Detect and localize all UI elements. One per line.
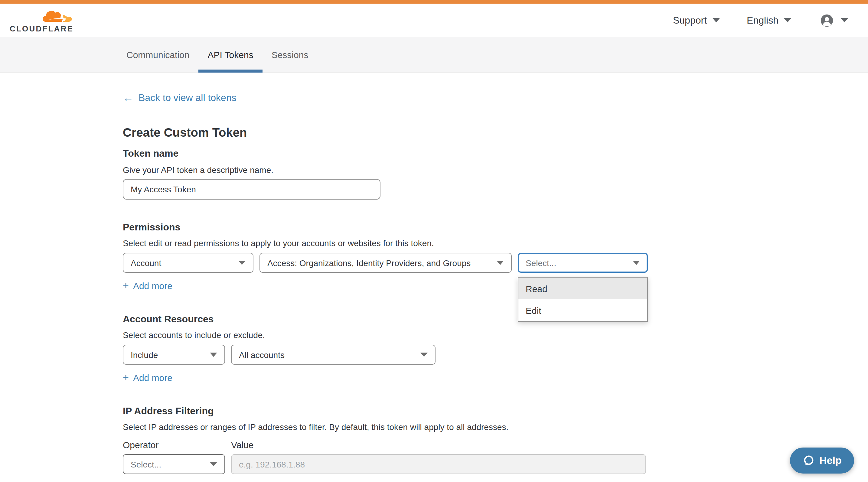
menu-item-read[interactable]: Read xyxy=(518,278,647,299)
permission-level-select[interactable]: Select... Read Edit xyxy=(518,253,648,273)
cloudflare-cloud-icon xyxy=(41,8,72,25)
menu-item-label: Read xyxy=(526,283,548,294)
value-label: Value xyxy=(231,440,646,451)
ip-filtering-heading: IP Address Filtering xyxy=(123,405,648,417)
tab-label: API Tokens xyxy=(208,49,253,60)
tab-label: Communication xyxy=(126,49,189,60)
tab-label: Sessions xyxy=(272,49,309,60)
ip-filtering-inputs: Select... xyxy=(123,454,648,474)
resource-mode-select[interactable]: Include xyxy=(123,345,225,365)
plus-icon: + xyxy=(123,281,129,290)
account-resources-description: Select accounts to include or exclude. xyxy=(123,330,648,341)
select-arrow-icon xyxy=(238,261,246,265)
chat-bubble-icon xyxy=(802,454,814,467)
permissions-add-more-link[interactable]: + Add more xyxy=(123,280,173,291)
ip-value-input xyxy=(231,454,646,474)
select-arrow-icon xyxy=(633,261,640,265)
avatar-icon xyxy=(820,13,834,27)
permission-level-placeholder: Select... xyxy=(526,258,556,268)
permissions-heading: Permissions xyxy=(123,221,648,233)
resource-scope-select[interactable]: All accounts xyxy=(231,345,435,365)
ip-filtering-labels: Operator Value xyxy=(123,440,648,451)
resource-scope-value: All accounts xyxy=(239,350,285,359)
plus-icon: + xyxy=(123,373,129,382)
chevron-down-icon xyxy=(784,18,791,22)
token-name-heading: Token name xyxy=(123,148,648,159)
operator-select[interactable]: Select... xyxy=(123,454,225,474)
tab-sessions[interactable]: Sessions xyxy=(262,37,317,72)
resource-mode-value: Include xyxy=(131,350,158,359)
header-actions: Support English xyxy=(673,13,848,27)
permission-resource-select[interactable]: Access: Organizations, Identity Provider… xyxy=(259,253,512,273)
chevron-down-icon xyxy=(712,18,719,22)
permission-level-menu: Read Edit xyxy=(518,277,648,322)
cloudflare-logo-text: CLOUDFLARE xyxy=(10,25,73,32)
select-arrow-icon xyxy=(210,462,217,466)
permission-scope-select[interactable]: Account xyxy=(123,253,253,273)
tab-bar: Communication API Tokens Sessions xyxy=(0,37,868,72)
back-to-tokens-link[interactable]: ← Back to view all tokens xyxy=(123,93,237,103)
permissions-description: Select edit or read permissions to apply… xyxy=(123,238,648,249)
operator-label: Operator xyxy=(123,440,225,451)
permissions-row: Account Access: Organizations, Identity … xyxy=(123,253,648,273)
account-menu[interactable] xyxy=(820,13,848,27)
add-more-label: Add more xyxy=(133,280,173,291)
ip-filtering-description: Select IP addresses or ranges of IP addr… xyxy=(123,422,648,432)
token-name-input[interactable] xyxy=(123,179,380,200)
main-content: ← Back to view all tokens Create Custom … xyxy=(123,72,648,474)
chevron-down-icon xyxy=(841,18,848,22)
tab-communication[interactable]: Communication xyxy=(117,37,198,72)
select-arrow-icon xyxy=(421,353,428,357)
add-more-label: Add more xyxy=(133,372,173,383)
menu-item-edit[interactable]: Edit xyxy=(518,299,647,321)
cloudflare-logo[interactable]: CLOUDFLARE xyxy=(10,8,72,32)
header: CLOUDFLARE Support English xyxy=(0,4,868,37)
support-menu[interactable]: Support xyxy=(673,15,719,26)
account-resources-row: Include All accounts xyxy=(123,345,648,365)
language-menu-label: English xyxy=(747,15,778,26)
select-arrow-icon xyxy=(210,353,217,357)
language-menu[interactable]: English xyxy=(747,15,791,26)
operator-placeholder: Select... xyxy=(131,459,161,469)
token-name-description: Give your API token a descriptive name. xyxy=(123,165,648,175)
permission-scope-value: Account xyxy=(131,258,161,268)
select-arrow-icon xyxy=(497,261,504,265)
support-menu-label: Support xyxy=(673,15,707,26)
help-button[interactable]: Help xyxy=(790,448,854,474)
top-accent-bar xyxy=(0,0,868,4)
page-title: Create Custom Token xyxy=(123,125,648,140)
page: CLOUDFLARE Support English xyxy=(0,0,868,482)
permission-resource-value: Access: Organizations, Identity Provider… xyxy=(267,258,471,268)
back-arrow-icon: ← xyxy=(123,93,134,103)
menu-item-label: Edit xyxy=(526,305,541,315)
help-button-label: Help xyxy=(819,454,842,467)
account-resources-add-more-link[interactable]: + Add more xyxy=(123,372,173,383)
back-link-label: Back to view all tokens xyxy=(138,93,237,103)
tab-api-tokens[interactable]: API Tokens xyxy=(198,37,262,72)
